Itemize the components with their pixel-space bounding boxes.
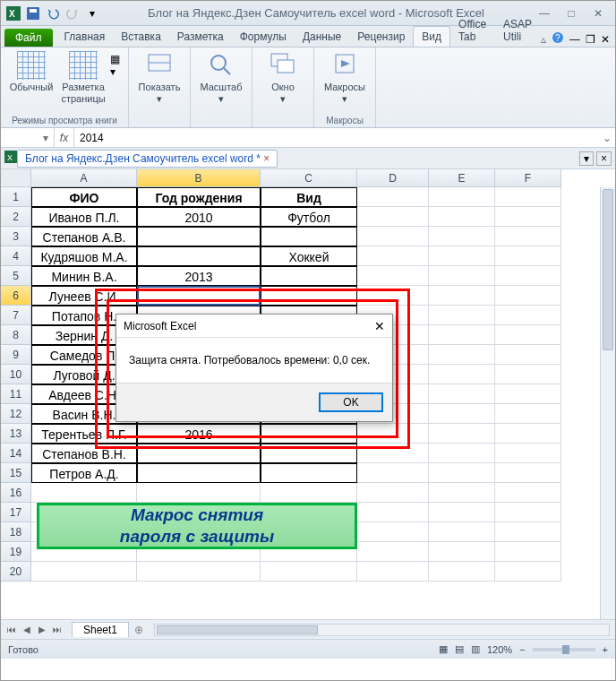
cell-F7[interactable] xyxy=(495,306,561,325)
zoom-button[interactable]: Масштаб▾ xyxy=(196,49,246,104)
workbook-minimize-icon[interactable]: — xyxy=(569,33,580,46)
column-header-A[interactable]: A xyxy=(31,169,137,187)
cell-F4[interactable] xyxy=(495,246,561,266)
cell-E1[interactable] xyxy=(429,187,495,207)
cell-A15[interactable]: Петров А.Д. xyxy=(31,463,137,483)
cell-D14[interactable] xyxy=(357,444,429,463)
cell-E3[interactable] xyxy=(429,227,495,246)
cell-E4[interactable] xyxy=(429,246,495,266)
cell-C13[interactable] xyxy=(261,424,357,444)
cell-A3[interactable]: Степанов А.В. xyxy=(31,227,137,246)
row-header-20[interactable]: 20 xyxy=(1,562,31,582)
cell-F1[interactable] xyxy=(495,187,561,207)
column-header-E[interactable]: E xyxy=(429,169,495,187)
row-header-15[interactable]: 15 xyxy=(1,463,31,483)
cell-E5[interactable] xyxy=(429,266,495,286)
cell-B1[interactable]: Год рождения xyxy=(137,187,261,207)
cell-C15[interactable] xyxy=(261,463,357,483)
workbook-restore-icon[interactable]: ❐ xyxy=(586,33,595,46)
cell-F10[interactable] xyxy=(495,365,561,384)
cell-B14[interactable] xyxy=(137,444,261,463)
formula-expand-icon[interactable]: ⌄ xyxy=(599,128,615,147)
views-gallery-icon[interactable]: ▦▾ xyxy=(110,49,123,78)
row-header-2[interactable]: 2 xyxy=(1,207,31,227)
row-header-9[interactable]: 9 xyxy=(1,345,31,365)
cell-C3[interactable] xyxy=(261,227,357,246)
ribbon-minimize-icon[interactable]: ▵ xyxy=(541,33,546,46)
cell-E6[interactable] xyxy=(429,286,495,306)
zoom-in-icon[interactable]: + xyxy=(603,644,608,655)
cell-E12[interactable] xyxy=(429,404,495,424)
ribbon-tab-данные[interactable]: Данные xyxy=(295,27,349,47)
cell-D15[interactable] xyxy=(357,463,429,483)
qat-menu-icon[interactable]: ▾ xyxy=(83,4,101,22)
cell-E13[interactable] xyxy=(429,424,495,444)
row-header-11[interactable]: 11 xyxy=(1,384,31,404)
cell-B5[interactable]: 2013 xyxy=(137,266,261,286)
window-button[interactable]: Окно▾ xyxy=(258,49,308,104)
view-normal-icon[interactable]: ▦ xyxy=(439,643,448,655)
cell-D16[interactable] xyxy=(357,483,429,503)
horizontal-scrollbar[interactable] xyxy=(154,624,610,636)
row-header-10[interactable]: 10 xyxy=(1,365,31,384)
cell-C14[interactable] xyxy=(261,444,357,463)
cell-B13[interactable]: 2016 xyxy=(137,424,261,444)
save-icon[interactable] xyxy=(24,4,42,22)
column-header-B[interactable]: B xyxy=(137,169,261,187)
cell-B16[interactable] xyxy=(137,483,261,503)
cell-C1[interactable]: Вид xyxy=(261,187,357,207)
row-header-4[interactable]: 4 xyxy=(1,246,31,266)
formula-input[interactable]: 2014 xyxy=(74,128,599,147)
row-header-14[interactable]: 14 xyxy=(1,444,31,463)
ribbon-tab-главная[interactable]: Главная xyxy=(56,27,114,47)
cell-C16[interactable] xyxy=(261,483,357,503)
workbook-close-icon[interactable]: ✕ xyxy=(601,33,610,46)
cell-E20[interactable] xyxy=(429,562,495,582)
view-break-icon[interactable]: ▥ xyxy=(471,643,480,655)
fx-icon[interactable]: fx xyxy=(55,128,74,147)
normal-view-button[interactable]: Обычный xyxy=(6,49,56,93)
cell-F16[interactable] xyxy=(495,483,561,503)
ribbon-tab-рецензир[interactable]: Рецензир xyxy=(349,27,413,47)
cell-B2[interactable]: 2010 xyxy=(137,207,261,227)
help-icon[interactable]: ? xyxy=(552,31,564,47)
row-header-7[interactable]: 7 xyxy=(1,306,31,325)
row-header-18[interactable]: 18 xyxy=(1,522,31,542)
sheet-tab[interactable]: Sheet1 xyxy=(72,622,129,637)
cell-F17[interactable] xyxy=(495,503,561,522)
ribbon-tab-разметка[interactable]: Разметка xyxy=(169,27,232,47)
new-sheet-icon[interactable]: ⊕ xyxy=(129,624,149,636)
cell-F12[interactable] xyxy=(495,404,561,424)
cell-A20[interactable] xyxy=(31,562,137,582)
row-header-8[interactable]: 8 xyxy=(1,325,31,345)
cell-F19[interactable] xyxy=(495,542,561,562)
cell-D4[interactable] xyxy=(357,246,429,266)
document-tab[interactable]: Блог на Яндекс.Дзен Самоучитель excel wo… xyxy=(17,150,278,168)
cell-F14[interactable] xyxy=(495,444,561,463)
ribbon-tab-asap utili[interactable]: ASAP Utili xyxy=(495,14,541,47)
cell-D13[interactable] xyxy=(357,424,429,444)
undo-icon[interactable] xyxy=(44,4,62,22)
cell-E19[interactable] xyxy=(429,542,495,562)
file-tab[interactable]: Файл xyxy=(4,29,53,47)
cell-F5[interactable] xyxy=(495,266,561,286)
cell-F8[interactable] xyxy=(495,325,561,345)
column-header-F[interactable]: F xyxy=(495,169,561,187)
cell-E8[interactable] xyxy=(429,325,495,345)
cell-A5[interactable]: Минин В.А. xyxy=(31,266,137,286)
cell-C5[interactable] xyxy=(261,266,357,286)
doctab-close-icon[interactable]: × xyxy=(596,151,612,166)
row-header-5[interactable]: 5 xyxy=(1,266,31,286)
cell-A1[interactable]: ФИО xyxy=(31,187,137,207)
row-header-13[interactable]: 13 xyxy=(1,424,31,444)
redo-icon[interactable] xyxy=(64,4,81,22)
cell-F6[interactable] xyxy=(495,286,561,306)
select-all-corner[interactable] xyxy=(1,169,31,187)
row-header-6[interactable]: 6 xyxy=(1,286,31,306)
column-header-D[interactable]: D xyxy=(357,169,429,187)
cell-D20[interactable] xyxy=(357,562,429,582)
cell-E15[interactable] xyxy=(429,463,495,483)
cell-D2[interactable] xyxy=(357,207,429,227)
cell-A14[interactable]: Степанов В.Н. xyxy=(31,444,137,463)
cell-E16[interactable] xyxy=(429,483,495,503)
